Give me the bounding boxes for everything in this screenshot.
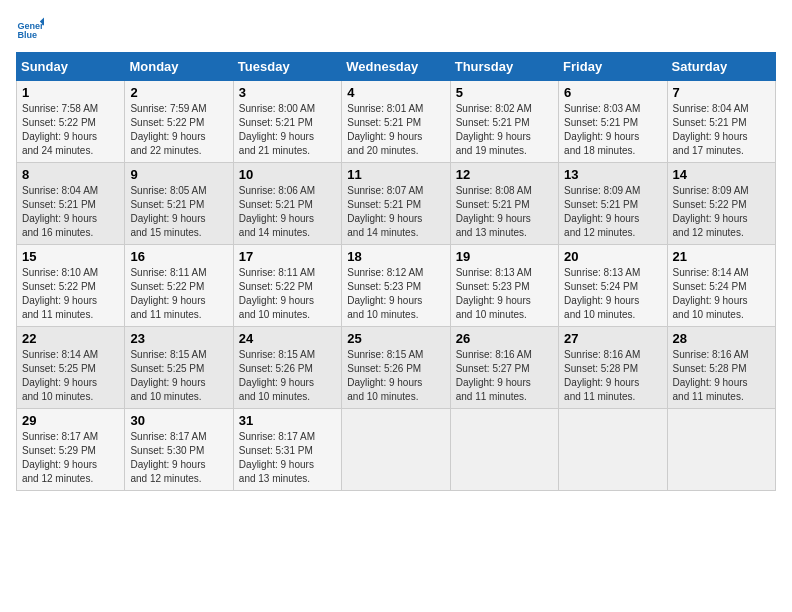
week-row-3: 15Sunrise: 8:10 AM Sunset: 5:22 PM Dayli… [17, 245, 776, 327]
day-number: 13 [564, 167, 661, 182]
day-cell: 16Sunrise: 8:11 AM Sunset: 5:22 PM Dayli… [125, 245, 233, 327]
day-cell [342, 409, 450, 491]
day-cell: 23Sunrise: 8:15 AM Sunset: 5:25 PM Dayli… [125, 327, 233, 409]
header-cell-friday: Friday [559, 53, 667, 81]
day-info: Sunrise: 8:15 AM Sunset: 5:26 PM Dayligh… [239, 348, 336, 404]
day-cell: 18Sunrise: 8:12 AM Sunset: 5:23 PM Dayli… [342, 245, 450, 327]
day-cell: 15Sunrise: 8:10 AM Sunset: 5:22 PM Dayli… [17, 245, 125, 327]
day-info: Sunrise: 8:10 AM Sunset: 5:22 PM Dayligh… [22, 266, 119, 322]
day-cell: 1Sunrise: 7:58 AM Sunset: 5:22 PM Daylig… [17, 81, 125, 163]
day-number: 21 [673, 249, 770, 264]
day-cell: 8Sunrise: 8:04 AM Sunset: 5:21 PM Daylig… [17, 163, 125, 245]
day-number: 1 [22, 85, 119, 100]
day-cell [559, 409, 667, 491]
day-info: Sunrise: 8:08 AM Sunset: 5:21 PM Dayligh… [456, 184, 553, 240]
day-cell: 29Sunrise: 8:17 AM Sunset: 5:29 PM Dayli… [17, 409, 125, 491]
day-info: Sunrise: 8:16 AM Sunset: 5:28 PM Dayligh… [564, 348, 661, 404]
day-info: Sunrise: 8:17 AM Sunset: 5:29 PM Dayligh… [22, 430, 119, 486]
day-number: 15 [22, 249, 119, 264]
day-info: Sunrise: 8:07 AM Sunset: 5:21 PM Dayligh… [347, 184, 444, 240]
day-number: 10 [239, 167, 336, 182]
day-cell: 31Sunrise: 8:17 AM Sunset: 5:31 PM Dayli… [233, 409, 341, 491]
day-number: 24 [239, 331, 336, 346]
day-number: 12 [456, 167, 553, 182]
day-info: Sunrise: 8:00 AM Sunset: 5:21 PM Dayligh… [239, 102, 336, 158]
day-info: Sunrise: 8:16 AM Sunset: 5:27 PM Dayligh… [456, 348, 553, 404]
day-number: 16 [130, 249, 227, 264]
day-number: 8 [22, 167, 119, 182]
day-cell: 21Sunrise: 8:14 AM Sunset: 5:24 PM Dayli… [667, 245, 775, 327]
day-number: 26 [456, 331, 553, 346]
day-number: 11 [347, 167, 444, 182]
day-number: 27 [564, 331, 661, 346]
day-info: Sunrise: 8:11 AM Sunset: 5:22 PM Dayligh… [239, 266, 336, 322]
day-info: Sunrise: 8:13 AM Sunset: 5:24 PM Dayligh… [564, 266, 661, 322]
calendar-body: 1Sunrise: 7:58 AM Sunset: 5:22 PM Daylig… [17, 81, 776, 491]
day-number: 25 [347, 331, 444, 346]
day-info: Sunrise: 7:58 AM Sunset: 5:22 PM Dayligh… [22, 102, 119, 158]
logo: General Blue [16, 16, 44, 44]
day-info: Sunrise: 8:02 AM Sunset: 5:21 PM Dayligh… [456, 102, 553, 158]
calendar-header: SundayMondayTuesdayWednesdayThursdayFrid… [17, 53, 776, 81]
day-number: 22 [22, 331, 119, 346]
day-cell: 5Sunrise: 8:02 AM Sunset: 5:21 PM Daylig… [450, 81, 558, 163]
day-number: 29 [22, 413, 119, 428]
day-cell: 28Sunrise: 8:16 AM Sunset: 5:28 PM Dayli… [667, 327, 775, 409]
day-number: 14 [673, 167, 770, 182]
header-cell-thursday: Thursday [450, 53, 558, 81]
day-cell: 27Sunrise: 8:16 AM Sunset: 5:28 PM Dayli… [559, 327, 667, 409]
day-number: 9 [130, 167, 227, 182]
day-cell: 12Sunrise: 8:08 AM Sunset: 5:21 PM Dayli… [450, 163, 558, 245]
day-cell: 20Sunrise: 8:13 AM Sunset: 5:24 PM Dayli… [559, 245, 667, 327]
day-info: Sunrise: 8:04 AM Sunset: 5:21 PM Dayligh… [22, 184, 119, 240]
day-info: Sunrise: 8:01 AM Sunset: 5:21 PM Dayligh… [347, 102, 444, 158]
day-info: Sunrise: 8:09 AM Sunset: 5:22 PM Dayligh… [673, 184, 770, 240]
day-cell: 3Sunrise: 8:00 AM Sunset: 5:21 PM Daylig… [233, 81, 341, 163]
header-cell-saturday: Saturday [667, 53, 775, 81]
day-number: 20 [564, 249, 661, 264]
day-info: Sunrise: 8:17 AM Sunset: 5:31 PM Dayligh… [239, 430, 336, 486]
page-header: General Blue [16, 16, 776, 44]
day-cell: 30Sunrise: 8:17 AM Sunset: 5:30 PM Dayli… [125, 409, 233, 491]
calendar-table: SundayMondayTuesdayWednesdayThursdayFrid… [16, 52, 776, 491]
day-cell: 17Sunrise: 8:11 AM Sunset: 5:22 PM Dayli… [233, 245, 341, 327]
header-cell-monday: Monday [125, 53, 233, 81]
header-cell-tuesday: Tuesday [233, 53, 341, 81]
day-info: Sunrise: 8:05 AM Sunset: 5:21 PM Dayligh… [130, 184, 227, 240]
day-info: Sunrise: 8:03 AM Sunset: 5:21 PM Dayligh… [564, 102, 661, 158]
day-info: Sunrise: 8:06 AM Sunset: 5:21 PM Dayligh… [239, 184, 336, 240]
week-row-5: 29Sunrise: 8:17 AM Sunset: 5:29 PM Dayli… [17, 409, 776, 491]
week-row-2: 8Sunrise: 8:04 AM Sunset: 5:21 PM Daylig… [17, 163, 776, 245]
day-info: Sunrise: 8:04 AM Sunset: 5:21 PM Dayligh… [673, 102, 770, 158]
day-info: Sunrise: 7:59 AM Sunset: 5:22 PM Dayligh… [130, 102, 227, 158]
day-cell: 4Sunrise: 8:01 AM Sunset: 5:21 PM Daylig… [342, 81, 450, 163]
day-number: 23 [130, 331, 227, 346]
day-info: Sunrise: 8:14 AM Sunset: 5:24 PM Dayligh… [673, 266, 770, 322]
day-cell: 19Sunrise: 8:13 AM Sunset: 5:23 PM Dayli… [450, 245, 558, 327]
day-number: 28 [673, 331, 770, 346]
header-cell-sunday: Sunday [17, 53, 125, 81]
day-info: Sunrise: 8:13 AM Sunset: 5:23 PM Dayligh… [456, 266, 553, 322]
day-cell [667, 409, 775, 491]
day-number: 3 [239, 85, 336, 100]
day-cell: 7Sunrise: 8:04 AM Sunset: 5:21 PM Daylig… [667, 81, 775, 163]
day-cell: 25Sunrise: 8:15 AM Sunset: 5:26 PM Dayli… [342, 327, 450, 409]
day-info: Sunrise: 8:15 AM Sunset: 5:25 PM Dayligh… [130, 348, 227, 404]
day-number: 5 [456, 85, 553, 100]
day-number: 6 [564, 85, 661, 100]
header-cell-wednesday: Wednesday [342, 53, 450, 81]
svg-text:General: General [17, 21, 44, 31]
header-row: SundayMondayTuesdayWednesdayThursdayFrid… [17, 53, 776, 81]
day-info: Sunrise: 8:17 AM Sunset: 5:30 PM Dayligh… [130, 430, 227, 486]
day-number: 2 [130, 85, 227, 100]
day-number: 31 [239, 413, 336, 428]
day-number: 4 [347, 85, 444, 100]
day-cell: 14Sunrise: 8:09 AM Sunset: 5:22 PM Dayli… [667, 163, 775, 245]
day-cell: 6Sunrise: 8:03 AM Sunset: 5:21 PM Daylig… [559, 81, 667, 163]
day-info: Sunrise: 8:09 AM Sunset: 5:21 PM Dayligh… [564, 184, 661, 240]
day-info: Sunrise: 8:12 AM Sunset: 5:23 PM Dayligh… [347, 266, 444, 322]
day-cell: 10Sunrise: 8:06 AM Sunset: 5:21 PM Dayli… [233, 163, 341, 245]
day-cell: 2Sunrise: 7:59 AM Sunset: 5:22 PM Daylig… [125, 81, 233, 163]
logo-icon: General Blue [16, 16, 44, 44]
day-cell: 22Sunrise: 8:14 AM Sunset: 5:25 PM Dayli… [17, 327, 125, 409]
